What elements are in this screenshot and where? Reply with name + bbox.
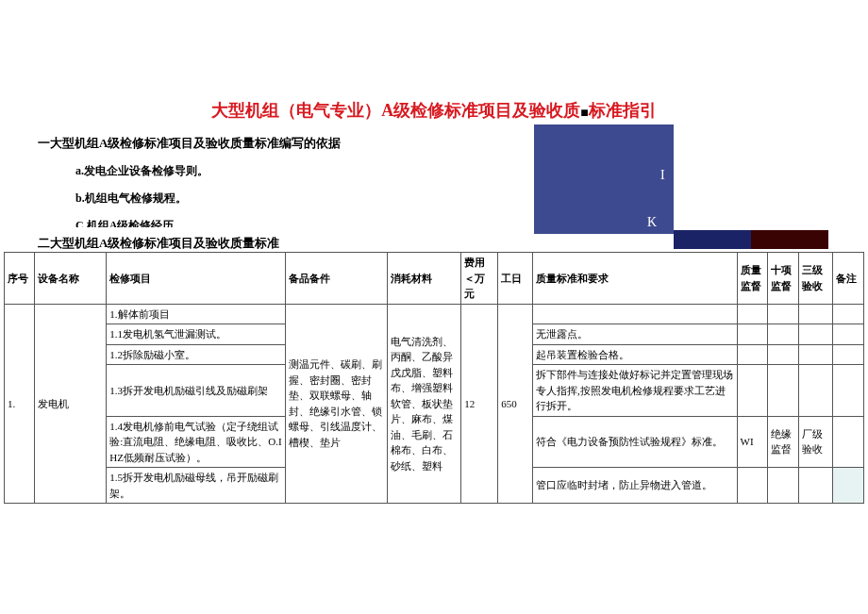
col-q2: 十项监督 <box>768 253 798 305</box>
cell-req: 起吊装置检验合格。 <box>532 344 737 365</box>
cell-q3 <box>798 324 833 345</box>
bullet-c: C 机组A级检修经历 <box>75 218 868 227</box>
cell-q2: 绝缘监督 <box>768 416 798 468</box>
cell-req: 符合《电力设备预防性试验规程》标准。 <box>532 416 737 468</box>
cell-q3 <box>798 344 833 365</box>
cell-req: 无泄露点。 <box>532 324 737 345</box>
cell-item: 1.3拆开发电机励磁引线及励磁刷架 <box>107 365 286 417</box>
cell-q2 <box>768 344 798 365</box>
decorative-letter-k: K <box>647 215 657 230</box>
decorative-red-block <box>751 230 828 249</box>
cell-mat: 电气清洗剂、丙酮、乙酸异戊戊脂、塑料布、增强塑料软管、板状垫片、麻布、煤油、毛刷… <box>388 304 461 504</box>
cell-q1: WI <box>737 416 767 468</box>
decorative-letter-i: I <box>660 168 665 183</box>
cell-note <box>833 416 864 468</box>
cell-q2 <box>768 324 798 345</box>
col-day: 工日 <box>498 253 533 305</box>
cell-q1 <box>737 468 767 504</box>
cell-item: 1.5拆开发电机励磁母线，吊开励磁刷架。 <box>107 468 286 504</box>
cell-q3: 厂级验收 <box>798 416 833 468</box>
table-header-row: 序号 设备名称 检修项目 备品备件 消耗材料 费用＜万元 工日 质量标准和要求 … <box>5 253 864 305</box>
cell-q2 <box>768 304 798 324</box>
section-1-heading: 一大型机组A级检修标准项目及验收质量标准编写的依据 <box>38 135 868 152</box>
cell-req: 拆下部件与连接处做好标记并定置管理现场专人指挥,按照发电机检修规程要求工艺进行拆… <box>532 365 737 417</box>
cell-item: 1.解体前项目 <box>107 304 286 324</box>
cell-q1 <box>737 344 767 365</box>
bullet-a: a.发电企业设备检修导则。 <box>75 163 868 179</box>
col-eq: 设备名称 <box>35 253 107 305</box>
title-square-icon: ■ <box>580 106 588 120</box>
col-q1: 质量监督 <box>737 253 767 305</box>
page-title-part2: 标准指引 <box>589 101 657 120</box>
cell-q2 <box>768 468 798 504</box>
cell-q1 <box>737 324 767 345</box>
bullet-b: b.机组电气检修规程。 <box>75 191 868 207</box>
col-cost: 费用＜万元 <box>461 253 498 305</box>
cell-spare: 测温元件、碳刷、刷握、密封圈、密封垫、双联螺母、轴封、绝缘引水管、锁螺母、引线温… <box>285 304 387 504</box>
col-item: 检修项目 <box>107 253 286 305</box>
cell-q3 <box>798 304 833 324</box>
cell-item: 1.1发电机氢气泄漏测试。 <box>107 324 286 345</box>
cell-req: 管口应临时封堵，防止异物进入管道。 <box>532 468 737 504</box>
page-title-part1: 大型机组（电气专业）A级检修标准项目及验收质 <box>211 101 580 120</box>
cell-q1 <box>737 365 767 417</box>
cell-q3 <box>798 468 833 504</box>
cell-eq: 发电机 <box>35 304 107 504</box>
cell-q2 <box>768 365 798 417</box>
col-req: 质量标准和要求 <box>532 253 737 305</box>
cell-day: 650 <box>498 304 533 504</box>
cell-q1 <box>737 304 767 324</box>
cell-q3 <box>798 365 833 417</box>
cell-item: 1.2拆除励磁小室。 <box>107 344 286 365</box>
col-spare: 备品备件 <box>285 253 387 305</box>
cell-note-shaded <box>833 468 864 504</box>
col-mat: 消耗材料 <box>388 253 461 305</box>
table-row: 1. 发电机 1.解体前项目 测温元件、碳刷、刷握、密封圈、密封垫、双联螺母、轴… <box>5 304 864 324</box>
cell-note <box>833 304 864 324</box>
cell-item: 1.4发电机修前电气试验（定子绕组试验:直流电阻、绝缘电阻、吸收比、O.IHZ低… <box>107 416 286 468</box>
cell-note <box>833 365 864 417</box>
cell-note <box>833 344 864 365</box>
col-idx: 序号 <box>5 253 35 305</box>
standards-table: 序号 设备名称 检修项目 备品备件 消耗材料 费用＜万元 工日 质量标准和要求 … <box>4 252 864 504</box>
col-q3: 三级验收 <box>798 253 833 305</box>
cell-req <box>532 304 737 324</box>
decorative-blue-block-2 <box>674 230 751 249</box>
cell-idx: 1. <box>5 304 35 504</box>
cell-cost: 12 <box>461 304 498 504</box>
col-note: 备注 <box>833 253 864 305</box>
cell-note <box>833 324 864 345</box>
